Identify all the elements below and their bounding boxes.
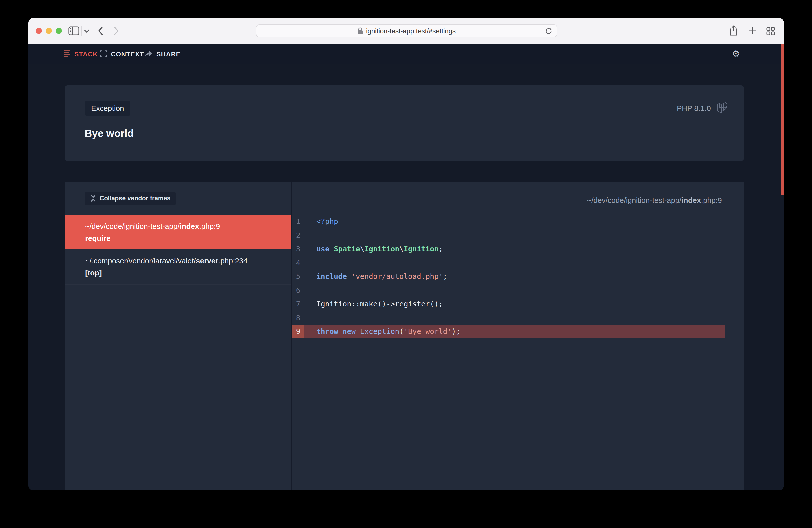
code-token: 'Bye world' (404, 328, 452, 336)
laravel-logo-icon (717, 103, 727, 114)
code-line: 6 (292, 283, 725, 297)
code-text: <?php (304, 215, 725, 229)
code-line: 5include 'vendor/autoload.php'; (292, 270, 725, 283)
frame-list: ~/dev/code/ignition-test-app/index.php:9… (65, 215, 291, 285)
sidebar-toggle-icon[interactable] (69, 27, 79, 35)
tab-context[interactable]: CONTEXT (100, 44, 144, 64)
line-number: 1 (292, 215, 304, 229)
reload-icon[interactable] (545, 28, 552, 35)
line-number: 5 (292, 270, 304, 283)
code-line: 4 (292, 256, 725, 270)
browser-toolbar: ignition-test-app.test/#settings (29, 18, 784, 44)
settings-gear-icon[interactable]: ⚙ (732, 48, 740, 59)
share-arrow-icon (145, 51, 153, 57)
code-lines: 1<?php23use Spatie\Ignition\Ignition;45i… (292, 215, 725, 338)
context-brackets-icon (100, 50, 107, 58)
code-token: throw (317, 328, 338, 336)
tab-context-label: CONTEXT (111, 50, 144, 58)
forward-button-icon[interactable] (114, 26, 119, 36)
frame-path: ~/dev/code/ignition-test-app/index.php:9 (85, 221, 283, 231)
code-text (304, 256, 725, 270)
code-token: Ignition::make()->register(); (317, 300, 443, 308)
code-token: Exception (360, 328, 400, 336)
lock-icon (358, 28, 363, 34)
share-page-icon[interactable] (729, 26, 738, 36)
code-text (304, 229, 725, 242)
code-token: <?php (317, 218, 338, 226)
exception-message: Bye world (85, 128, 134, 140)
php-version-group: PHP 8.1.0 (677, 103, 727, 114)
stack-lines-icon (64, 50, 71, 58)
exception-class-badge: Exception (85, 101, 131, 116)
tab-stack[interactable]: STACK (64, 44, 98, 64)
code-text: include 'vendor/autoload.php'; (304, 270, 725, 283)
code-token: 'vendor/autoload.php' (351, 273, 443, 281)
stack-frame[interactable]: ~/.composer/vendor/laravel/valet/server.… (65, 249, 291, 285)
collapse-button-label: Collapse vendor frames (100, 195, 171, 202)
debug-panels: Collapse vendor frames ~/dev/code/igniti… (65, 182, 744, 490)
screen: ignition-test-app.test/#settings (0, 0, 812, 528)
code-token: ; (439, 245, 443, 253)
code-text: throw new Exception('Bye world'); (304, 325, 725, 338)
frame-path: ~/.composer/vendor/laravel/valet/server.… (85, 255, 283, 266)
toolbar-divider (82, 26, 82, 36)
code-token: Ignition (404, 245, 439, 253)
code-token: ( (400, 328, 404, 336)
exception-card: Exception Bye world PHP 8.1.0 (65, 86, 744, 161)
code-line: 7Ignition::make()->register(); (292, 297, 725, 311)
minimize-window-button[interactable] (46, 28, 52, 34)
code-token: \ (400, 245, 404, 253)
code-text (304, 283, 725, 297)
code-token: Ignition (364, 245, 400, 253)
frame-method: require (85, 233, 283, 243)
line-number: 4 (292, 256, 304, 270)
tab-share-label: SHARE (157, 50, 181, 58)
stack-trace-panel: Collapse vendor frames ~/dev/code/igniti… (65, 182, 292, 490)
collapse-vendor-frames-button[interactable]: Collapse vendor frames (85, 192, 176, 205)
ignition-page: STACK CONTEXT SHAR (29, 44, 784, 490)
zoom-window-button[interactable] (56, 28, 62, 34)
code-line: 9throw new Exception('Bye world'); (292, 325, 725, 338)
php-version: PHP 8.1.0 (677, 104, 711, 112)
code-text: use Spatie\Ignition\Ignition; (304, 242, 725, 256)
line-number: 8 (292, 311, 304, 325)
code-token: ; (443, 273, 447, 281)
code-token: Spatie (334, 245, 360, 253)
code-text: Ignition::make()->register(); (304, 297, 725, 311)
line-number: 7 (292, 297, 304, 311)
code-token: use (317, 245, 330, 253)
line-number: 2 (292, 229, 304, 242)
tab-overview-icon[interactable] (767, 27, 775, 35)
code-token (330, 245, 334, 253)
tab-share[interactable]: SHARE (145, 44, 181, 64)
code-line: 2 (292, 229, 725, 242)
code-token (338, 328, 343, 336)
code-line: 3use Spatie\Ignition\Ignition; (292, 242, 725, 256)
stack-frame-active[interactable]: ~/dev/code/ignition-test-app/index.php:9… (65, 215, 291, 249)
code-token: new (343, 328, 356, 336)
tab-stack-label: STACK (74, 50, 98, 58)
code-token: include (317, 273, 347, 281)
code-file-path: ~/dev/code/ignition-test-app/index.php:9 (587, 196, 722, 204)
line-number: 9 (292, 325, 304, 338)
code-snippet-panel: ~/dev/code/ignition-test-app/index.php:9… (292, 182, 744, 490)
browser-window: ignition-test-app.test/#settings (29, 18, 784, 490)
close-window-button[interactable] (36, 28, 42, 34)
sidebar-chevron-down-icon[interactable] (84, 29, 89, 33)
back-button-icon[interactable] (98, 26, 103, 36)
url-text: ignition-test-app.test/#settings (366, 27, 456, 35)
code-token (356, 328, 360, 336)
collapse-icon (90, 195, 96, 202)
address-bar[interactable]: ignition-test-app.test/#settings (256, 25, 557, 38)
line-number: 6 (292, 283, 304, 297)
code-token (347, 273, 351, 281)
code-line: 1<?php (292, 215, 725, 229)
code-line: 8 (292, 311, 725, 325)
ignition-navbar: STACK CONTEXT SHAR (29, 44, 784, 64)
frame-method: [top] (85, 267, 283, 278)
line-number: 3 (292, 242, 304, 256)
new-tab-icon[interactable] (749, 27, 756, 35)
code-text (304, 311, 725, 325)
code-token: ); (452, 328, 461, 336)
page-scrollbar-thumb[interactable] (782, 44, 784, 195)
